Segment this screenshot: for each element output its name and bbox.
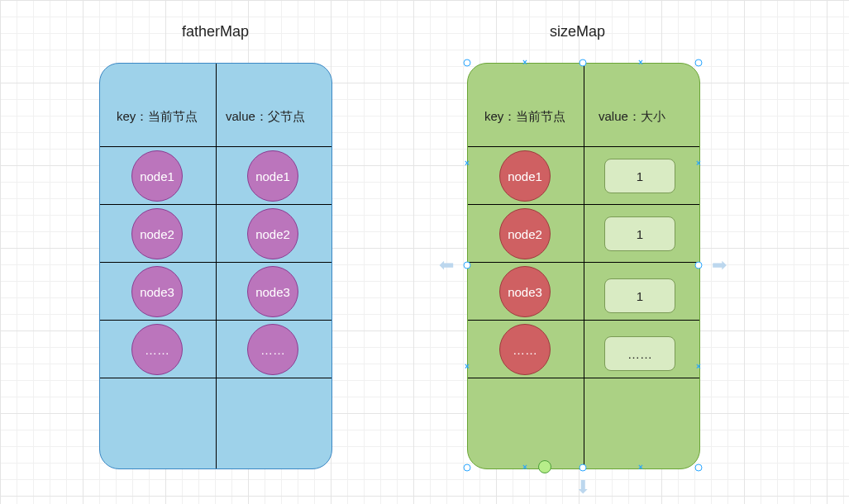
sizemap-title: sizeMap — [550, 23, 605, 40]
value-pill[interactable]: 1 — [604, 159, 675, 193]
port-icon[interactable]: × — [463, 159, 471, 168]
sizemap-key-header: key：当前节点 — [484, 109, 565, 125]
selection-handle[interactable] — [695, 262, 703, 269]
divider — [468, 320, 699, 321]
port-icon[interactable]: × — [694, 159, 703, 168]
value-pill[interactable]: …… — [604, 336, 675, 371]
node[interactable]: node1 — [247, 150, 298, 202]
divider — [100, 320, 331, 321]
port-icon[interactable]: × — [521, 59, 529, 67]
selection-handle[interactable] — [695, 464, 703, 472]
node[interactable]: node2 — [499, 208, 551, 259]
selection-handle[interactable] — [464, 59, 471, 67]
divider — [468, 146, 699, 147]
node[interactable]: node1 — [499, 150, 551, 202]
node[interactable]: …… — [499, 324, 551, 375]
divider — [100, 262, 331, 263]
node[interactable]: node3 — [131, 266, 183, 317]
port-icon[interactable]: × — [637, 464, 645, 472]
port-icon[interactable]: × — [694, 363, 703, 371]
sizemap-panel[interactable]: key：当前节点 value：大小 node1 1 node2 1 node3 … — [467, 63, 700, 469]
node[interactable]: node2 — [247, 208, 298, 259]
rotation-handle[interactable] — [538, 460, 551, 473]
node[interactable]: node2 — [131, 208, 183, 259]
fathermap-value-header: value：父节点 — [226, 109, 305, 125]
divider — [100, 204, 331, 205]
divider — [584, 64, 584, 468]
node[interactable]: node3 — [499, 266, 551, 317]
selection-handle[interactable] — [580, 59, 587, 67]
divider — [216, 64, 217, 468]
selection-handle[interactable] — [464, 262, 471, 269]
divider — [468, 262, 699, 263]
divider — [468, 378, 699, 378]
divider — [100, 378, 331, 378]
selection-handle[interactable] — [580, 464, 587, 472]
fathermap-panel[interactable]: key：当前节点 value：父节点 node1 node1 node2 nod… — [99, 63, 332, 469]
port-icon[interactable]: × — [637, 59, 645, 67]
fathermap-key-header: key：当前节点 — [117, 109, 198, 125]
port-icon[interactable]: × — [463, 363, 471, 371]
selection-handle[interactable] — [695, 59, 703, 67]
node[interactable]: …… — [247, 324, 298, 375]
port-icon[interactable]: × — [521, 464, 529, 472]
value-pill[interactable]: 1 — [604, 278, 675, 313]
fathermap-title: fatherMap — [182, 23, 249, 40]
sizemap-value-header: value：大小 — [599, 109, 665, 125]
node[interactable]: node1 — [131, 150, 183, 202]
selection-handle[interactable] — [464, 464, 471, 472]
node[interactable]: …… — [131, 324, 183, 375]
divider — [468, 204, 699, 205]
value-pill[interactable]: 1 — [604, 216, 675, 251]
node[interactable]: node3 — [247, 266, 298, 317]
divider — [100, 146, 331, 147]
